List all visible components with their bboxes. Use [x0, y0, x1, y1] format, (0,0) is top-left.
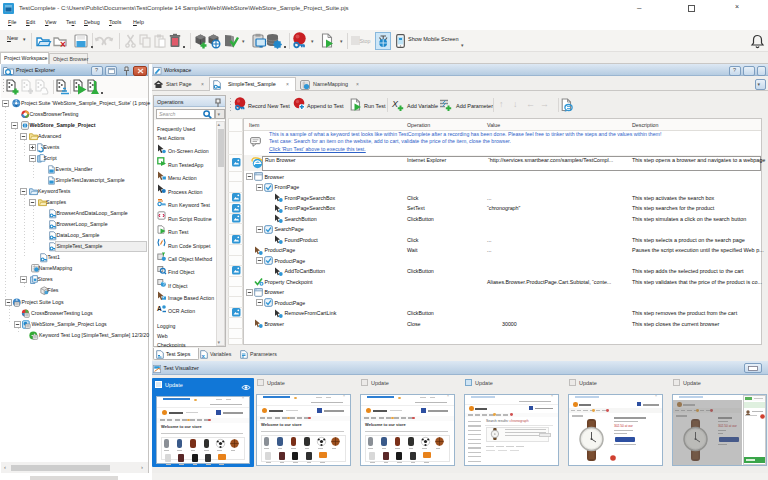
- svg-text:X: X: [391, 99, 399, 109]
- svg-text:A: A: [157, 305, 162, 312]
- svg-text:×: ×: [60, 39, 66, 50]
- svg-text:?: ?: [162, 281, 165, 287]
